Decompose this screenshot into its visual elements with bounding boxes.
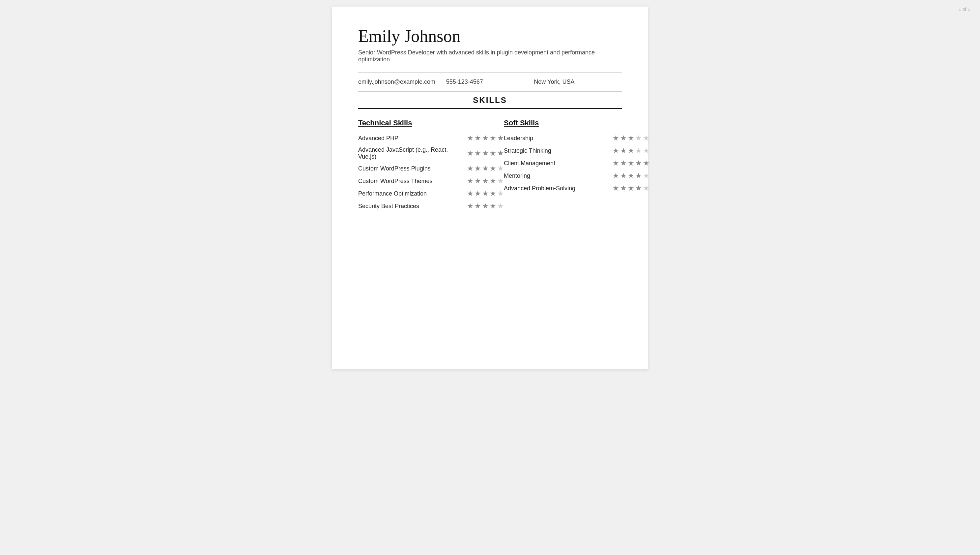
star-filled: ★	[612, 172, 619, 180]
star-filled: ★	[620, 184, 627, 192]
star-filled: ★	[467, 134, 473, 143]
star-filled: ★	[482, 149, 489, 158]
contact-location: New York, USA	[534, 79, 622, 85]
skill-row: Advanced PHP ★★★★★	[358, 134, 504, 143]
soft-skills-column: Soft Skills Leadership ★★★★★ Strategic T…	[504, 119, 649, 214]
star-filled: ★	[643, 159, 649, 167]
star-filled: ★	[490, 149, 496, 158]
star-empty: ★	[497, 189, 504, 198]
star-filled: ★	[475, 149, 481, 158]
star-filled: ★	[482, 202, 489, 210]
skill-row: Advanced JavaScript (e.g., React, Vue.js…	[358, 146, 504, 160]
skill-name: Advanced JavaScript (e.g., React, Vue.js…	[358, 146, 464, 160]
star-filled: ★	[612, 134, 619, 143]
star-empty: ★	[635, 134, 642, 143]
skill-name: Security Best Practices	[358, 203, 464, 210]
star-filled: ★	[467, 177, 473, 185]
page-counter: 1 of 1	[959, 6, 970, 12]
technical-skills-title: Technical Skills	[358, 119, 504, 127]
skills-wrapper: Technical Skills Advanced PHP ★★★★★ Adva…	[358, 119, 622, 214]
star-filled: ★	[467, 149, 473, 158]
soft-skills-list: Leadership ★★★★★ Strategic Thinking ★★★★…	[504, 134, 649, 192]
star-empty: ★	[635, 146, 642, 155]
star-filled: ★	[620, 134, 627, 143]
star-filled: ★	[490, 189, 496, 198]
star-filled: ★	[475, 164, 481, 173]
star-filled: ★	[475, 202, 481, 210]
skill-row: Performance Optimization ★★★★★	[358, 189, 504, 198]
star-filled: ★	[628, 159, 634, 167]
skill-name: Mentoring	[504, 172, 609, 180]
star-filled: ★	[490, 177, 496, 185]
star-filled: ★	[612, 184, 619, 192]
star-filled: ★	[467, 189, 473, 198]
star-filled: ★	[475, 189, 481, 198]
skill-row: Leadership ★★★★★	[504, 134, 649, 143]
contact-section: emily.johnson@example.com 555-123-4567 N…	[358, 72, 622, 92]
skill-row: Mentoring ★★★★★	[504, 172, 649, 180]
star-filled: ★	[620, 159, 627, 167]
star-filled: ★	[612, 146, 619, 155]
star-filled: ★	[475, 177, 481, 185]
star-filled: ★	[490, 134, 496, 143]
star-filled: ★	[620, 146, 627, 155]
star-filled: ★	[628, 146, 634, 155]
candidate-name: Emily Johnson	[358, 26, 622, 46]
star-filled: ★	[635, 172, 642, 180]
skills-section-header: SKILLS	[358, 92, 622, 109]
star-filled: ★	[482, 134, 489, 143]
skill-row: Custom WordPress Themes ★★★★★	[358, 177, 504, 185]
star-filled: ★	[490, 202, 496, 210]
star-filled: ★	[467, 164, 473, 173]
star-filled: ★	[490, 164, 496, 173]
skill-row: Custom WordPress Plugins ★★★★★	[358, 164, 504, 173]
star-filled: ★	[497, 149, 504, 158]
skill-name: Advanced PHP	[358, 135, 464, 142]
star-empty: ★	[643, 184, 649, 192]
star-empty: ★	[497, 202, 504, 210]
technical-skills-list: Advanced PHP ★★★★★ Advanced JavaScript (…	[358, 134, 504, 210]
skill-row: Security Best Practices ★★★★★	[358, 202, 504, 210]
star-filled: ★	[628, 134, 634, 143]
skill-row: Strategic Thinking ★★★★★	[504, 146, 649, 155]
star-filled: ★	[635, 159, 642, 167]
star-filled: ★	[482, 164, 489, 173]
skill-name: Advanced Problem-Solving	[504, 185, 609, 192]
star-filled: ★	[482, 189, 489, 198]
star-empty: ★	[643, 172, 649, 180]
star-filled: ★	[628, 172, 634, 180]
skill-name: Custom WordPress Plugins	[358, 165, 464, 172]
star-filled: ★	[467, 202, 473, 210]
star-filled: ★	[620, 172, 627, 180]
contact-email: emily.johnson@example.com	[358, 79, 446, 85]
skill-name: Leadership	[504, 135, 609, 142]
resume-page: Emily Johnson Senior WordPress Developer…	[332, 6, 648, 369]
soft-skills-title: Soft Skills	[504, 119, 649, 127]
candidate-tagline: Senior WordPress Developer with advanced…	[358, 49, 622, 63]
star-empty: ★	[643, 134, 649, 143]
technical-skills-column: Technical Skills Advanced PHP ★★★★★ Adva…	[358, 119, 504, 214]
star-filled: ★	[482, 177, 489, 185]
star-filled: ★	[612, 159, 619, 167]
skill-name: Client Management	[504, 160, 609, 167]
skill-row: Advanced Problem-Solving ★★★★★	[504, 184, 649, 192]
star-filled: ★	[475, 134, 481, 143]
star-empty: ★	[497, 164, 504, 173]
star-empty: ★	[497, 177, 504, 185]
skill-row: Client Management ★★★★★	[504, 159, 649, 167]
contact-phone: 555-123-4567	[446, 79, 534, 85]
star-empty: ★	[643, 146, 649, 155]
skill-name: Performance Optimization	[358, 190, 464, 197]
star-filled: ★	[628, 184, 634, 192]
skills-section-title: SKILLS	[473, 96, 507, 104]
skill-name: Strategic Thinking	[504, 148, 609, 154]
star-filled: ★	[497, 134, 504, 143]
star-filled: ★	[635, 184, 642, 192]
skill-name: Custom WordPress Themes	[358, 178, 464, 184]
